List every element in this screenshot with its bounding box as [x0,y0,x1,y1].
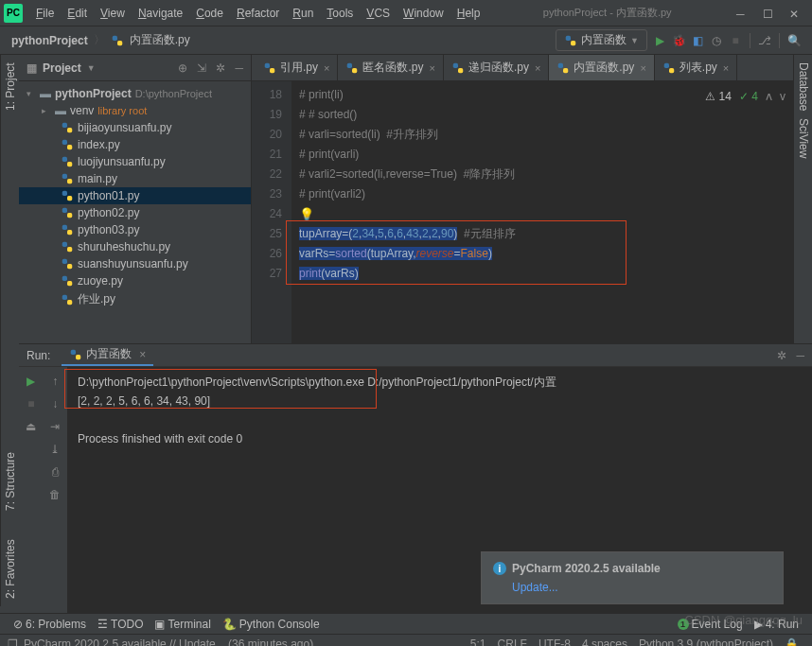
menu-navigate[interactable]: Navigate [132,4,188,23]
tree-file[interactable]: suanshuyunsuanfu.py [19,255,251,272]
run-icon[interactable]: ▶ [653,34,666,47]
profile-icon[interactable]: ◷ [710,34,723,47]
warnings-indicator[interactable]: ⚠ 14 [705,87,732,107]
scroll-icon[interactable]: ⤓ [50,443,60,456]
code-line-24[interactable]: 💡 [299,204,786,224]
tree-file[interactable]: 作业.py [19,289,251,309]
locate-icon[interactable]: ⊕ [178,61,187,75]
tab-引用.py[interactable]: 引用.py× [256,55,338,80]
notification-link[interactable]: Update... [512,581,771,594]
tree-file[interactable]: index.py [19,136,251,153]
lock-icon[interactable]: 🔒 [779,637,804,647]
run-tab[interactable]: 内置函数 × [62,344,153,366]
tool-structure[interactable]: 7: Structure [4,452,17,511]
code-line-20[interactable]: # varli=sorted(li) #升序排列 [299,125,786,145]
tree-file[interactable]: shuruheshuchu.py [19,238,251,255]
menu-refactor[interactable]: Refactor [231,4,285,23]
tree-file[interactable]: python01.py [19,187,251,204]
tab-close-icon[interactable]: × [535,62,540,74]
panel-title[interactable]: ▦Project ▼ [26,61,96,75]
tab-递归函数.py[interactable]: 递归函数.py× [444,55,549,80]
gear-icon[interactable]: ✲ [777,349,786,362]
tree-file[interactable]: python02.py [19,204,251,221]
stop-run-icon[interactable]: ■ [27,397,34,410]
code-line-26[interactable]: varRs=sorted(tupArray,reverse=False) [299,244,786,264]
tab-close-icon[interactable]: × [640,62,645,74]
status-indent[interactable]: 4 spaces [576,637,633,647]
tree-file[interactable]: main.py [19,170,251,187]
vcs-icon[interactable]: ⎇ [758,34,771,47]
code-body[interactable]: ⚠ 14 ✓ 4 ʌ v # print(li)# # sorted()# va… [291,81,793,343]
tree-venv[interactable]: ▸▬ venv library root [19,102,251,119]
code-line-27[interactable]: print(varRs) [299,264,786,284]
ok-indicator[interactable]: ✓ 4 [739,87,758,107]
tab-列表.py[interactable]: 列表.py× [655,55,737,80]
tree-file[interactable]: python03.py [19,221,251,238]
status-message[interactable]: PyCharm 2020.2.5 available // Update... … [24,637,313,647]
hide-panel-icon[interactable]: ─ [796,349,804,362]
menu-code[interactable]: Code [190,4,229,23]
menu-file[interactable]: File [30,4,60,23]
hide-icon[interactable]: ─ [235,61,243,75]
chevron-up-icon[interactable]: ʌ [766,87,772,107]
settings-icon[interactable]: ✲ [216,61,225,75]
tool-todo[interactable]: ☲ TODO [92,618,149,631]
exit-icon[interactable]: ⏏ [26,420,36,433]
tree-file[interactable]: zuoye.py [19,272,251,289]
search-icon[interactable]: 🔍 [787,34,801,47]
chevron-down-icon[interactable]: v [780,87,786,107]
code-editor[interactable]: 18192021222324252627 ⚠ 14 ✓ 4 ʌ v # prin… [252,81,793,343]
tab-匿名函数.py[interactable]: 匿名函数.py× [338,55,443,80]
up-icon[interactable]: ↑ [52,375,58,388]
tool-database[interactable]: Database [796,62,810,111]
menu-tools[interactable]: Tools [321,4,359,23]
tree-file[interactable]: luojiyunsuanfu.py [19,153,251,170]
close-icon[interactable]: ✕ [789,8,801,19]
tab-close-icon[interactable]: × [723,62,729,74]
breadcrumb-root[interactable]: pythonProject [11,34,88,47]
status-crlf[interactable]: CRLF [492,637,533,647]
tool-project[interactable]: 1: Project [4,62,17,111]
breadcrumb-file[interactable]: 内置函数.py [130,32,190,48]
code-line-19[interactable]: # # sorted() [299,105,786,125]
tool-problems[interactable]: ⊘ 6: Problems [8,618,92,631]
code-line-22[interactable]: # varli2=sorted(li,reverse=True) #降序排列 [299,165,786,184]
coverage-icon[interactable]: ◧ [691,34,704,47]
tab-close-icon[interactable]: × [324,62,329,74]
print-icon[interactable]: ⎙ [52,465,59,479]
menu-run[interactable]: Run [287,4,319,23]
tree-root[interactable]: ▾▬ pythonProject D:\pythonProject [19,85,251,102]
rerun-icon[interactable]: ▶ [26,375,35,388]
debug-icon[interactable]: 🐞 [672,34,685,47]
svg-rect-18 [62,242,67,247]
svg-rect-13 [67,196,72,201]
tool-favorites[interactable]: 2: Favorites [4,539,17,599]
stop-icon[interactable]: ■ [729,34,742,47]
code-line-21[interactable]: # print(varli) [299,145,786,165]
expand-icon[interactable]: ⇲ [197,61,206,75]
status-interpreter[interactable]: Python 3.9 (pythonProject) [633,637,779,647]
down-icon[interactable]: ↓ [52,397,58,410]
code-line-23[interactable]: # print(varli2) [299,184,786,204]
tree-file[interactable]: bijiaoyunsuanfu.py [19,119,251,136]
tool-sciview[interactable]: SciView [796,118,810,158]
code-line-25[interactable]: tupArray=(2,34,5,6,6,43,2,2,90) #元组排序 [299,224,786,244]
minimize-icon[interactable]: ─ [736,8,748,19]
menu-window[interactable]: Window [397,4,450,23]
tool-pyconsole[interactable]: 🐍 Python Console [217,618,326,631]
console-exit: Process finished with exit code 0 [78,429,803,448]
run-config-select[interactable]: 内置函数 ▼ [556,29,647,51]
tab-内置函数.py[interactable]: 内置函数.py× [549,55,654,80]
menu-help[interactable]: Help [451,4,486,23]
tool-terminal[interactable]: ▣ Terminal [149,618,216,631]
status-encoding[interactable]: UTF-8 [533,637,576,647]
maximize-icon[interactable]: ☐ [763,8,774,19]
status-widget-icon[interactable]: ❐ [8,637,18,647]
status-linecol[interactable]: 5:1 [465,637,492,647]
menu-edit[interactable]: Edit [62,4,93,23]
menu-view[interactable]: View [95,4,131,23]
menu-vcs[interactable]: VCS [361,4,396,23]
wrap-icon[interactable]: ⇥ [50,420,60,433]
trash-icon[interactable]: 🗑 [49,488,61,501]
tab-close-icon[interactable]: × [429,62,434,74]
